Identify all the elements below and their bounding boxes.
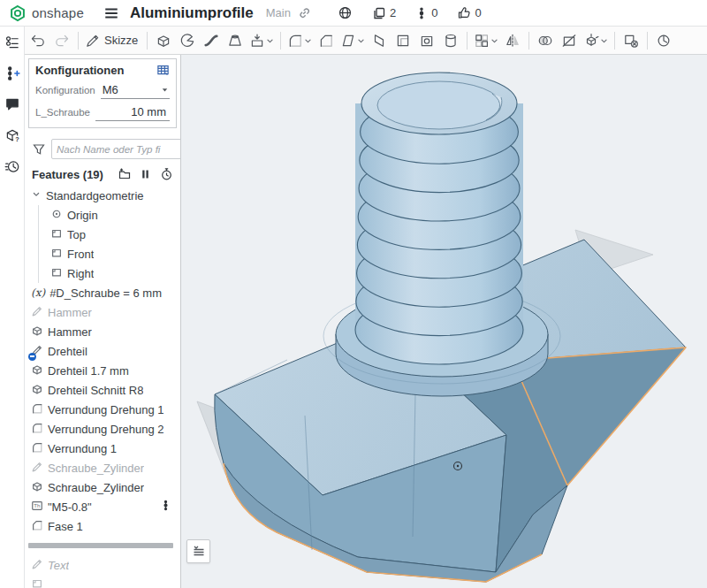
feature-row-verrundung-drehung-2[interactable]: Verrundung Drehung 2 xyxy=(25,419,180,439)
feature-row-d-schraube-6-mm[interactable]: (x)#D_Schraube = 6 mm xyxy=(25,283,180,302)
svg-text:?: ? xyxy=(15,135,19,143)
feature-row-front[interactable]: Front xyxy=(25,244,180,263)
fillet-icon xyxy=(31,441,43,456)
thumbs-up-icon xyxy=(457,6,471,20)
feature-row-fase-1[interactable]: Fase 1 xyxy=(25,516,180,536)
hamburger-menu-icon[interactable] xyxy=(103,5,119,21)
transform-tool-button[interactable] xyxy=(582,29,610,52)
delete-part-tool-button[interactable] xyxy=(620,29,642,52)
version-dots-icon[interactable] xyxy=(160,499,171,515)
feature-label: Fase 1 xyxy=(48,520,83,533)
features-count-label: Features (19) xyxy=(32,168,118,181)
draft-tool-button[interactable] xyxy=(338,29,367,52)
feature-row-schraube-zylinder[interactable]: Schraube_Zylinder xyxy=(25,477,180,497)
origin-icon xyxy=(50,208,63,223)
share-link-icon[interactable] xyxy=(298,6,311,19)
configuration-label: Konfiguration xyxy=(35,85,95,95)
loft-tool-button[interactable] xyxy=(224,29,247,52)
measure-tool-button[interactable] xyxy=(652,29,675,52)
feature-row-origin[interactable]: Origin xyxy=(25,205,180,225)
boolean-tool-button[interactable] xyxy=(534,29,557,52)
feature-label: Verrundung 1 xyxy=(48,442,117,455)
feature-row-verrundung-drehung-1[interactable]: Verrundung Drehung 1 xyxy=(25,400,180,419)
variable-icon: (x) xyxy=(31,286,45,299)
feature-row-verrundung-1[interactable]: Verrundung 1 xyxy=(25,439,180,458)
likes-counter[interactable]: 0 xyxy=(457,6,481,20)
cylinder-tool-button[interactable] xyxy=(439,29,462,52)
l-schraube-input[interactable]: 10 mm xyxy=(95,105,170,121)
plane-icon xyxy=(50,227,63,242)
feature-row-hammer[interactable]: Hammer xyxy=(25,302,180,322)
chevron-down-icon xyxy=(266,33,274,49)
pattern-tool-button[interactable] xyxy=(472,29,500,52)
public-globe-icon[interactable] xyxy=(338,5,353,20)
regenerate-time-icon[interactable] xyxy=(159,167,173,181)
screw-thread[interactable] xyxy=(355,73,523,364)
feature-row-m5-0-8[interactable]: Th"M5-0.8" xyxy=(25,497,180,516)
feature-label: Drehteil 1.7 mm xyxy=(48,364,129,378)
chevron-down-icon xyxy=(357,33,365,49)
delete-part-icon xyxy=(623,33,639,49)
feature-label: Hammer xyxy=(48,306,92,319)
split-tool-button[interactable] xyxy=(558,29,581,52)
undo-icon xyxy=(30,33,46,49)
revolve-tool-button[interactable] xyxy=(176,29,199,52)
pause-updates-icon[interactable] xyxy=(140,168,151,180)
chamfer-tool-button[interactable] xyxy=(315,29,338,52)
copies-counter[interactable]: 2 xyxy=(372,6,396,20)
feature-row-plane[interactable] xyxy=(25,575,180,588)
feature-row-schraube-zylinder[interactable]: Schraube_Zylinder xyxy=(25,458,180,477)
workspace-name[interactable]: Main xyxy=(266,6,291,19)
feature-row-top[interactable]: Top xyxy=(25,225,180,244)
rail-feature-list-button[interactable] xyxy=(3,33,22,52)
fillet-tool-button[interactable] xyxy=(285,29,314,52)
sweep-tool-button[interactable] xyxy=(200,29,223,52)
draft-icon xyxy=(340,33,356,49)
redo-tool-button[interactable] xyxy=(50,29,73,52)
feature-row-text[interactable]: Text xyxy=(25,555,180,575)
feature-row-standardgeometrie[interactable]: Standardgeometrie xyxy=(25,186,180,205)
rib-tool-button[interactable] xyxy=(368,29,391,52)
rail-parts-help-button[interactable]: ? xyxy=(3,126,22,145)
app-header: onshape Aluminiumprofile Main 2 0 xyxy=(0,0,707,27)
feature-row-drehteil-schnitt-r8[interactable]: Drehteil Schnitt R8 xyxy=(25,380,180,400)
branches-counter[interactable]: 0 xyxy=(415,6,437,20)
rail-history-button[interactable] xyxy=(3,157,22,176)
extrude-icon xyxy=(31,325,43,340)
shell-tool-button[interactable] xyxy=(392,29,414,52)
hole-tool-button[interactable] xyxy=(415,29,438,52)
extrude-tool-button[interactable] xyxy=(152,29,175,52)
comment-icon xyxy=(4,96,20,112)
feature-row-hammer[interactable]: Hammer xyxy=(25,322,180,341)
viewport-3d[interactable] xyxy=(181,55,707,588)
mirror-tool-button[interactable] xyxy=(501,29,524,52)
sketch-tool-button[interactable]: Skizze xyxy=(83,29,142,52)
undo-tool-button[interactable] xyxy=(27,29,49,52)
feature-label: #D_Schraube = 6 mm xyxy=(49,286,162,300)
plane-icon xyxy=(50,266,63,281)
sketch-suppressed-icon xyxy=(31,344,43,359)
cylinder-icon xyxy=(443,33,459,49)
show-feature-list-button[interactable] xyxy=(186,539,210,563)
document-title[interactable]: Aluminiumprofile xyxy=(130,4,254,22)
feature-row-drehteil[interactable]: Drehteil xyxy=(25,341,180,361)
new-folder-icon[interactable] xyxy=(118,167,132,181)
onshape-logo[interactable]: onshape xyxy=(9,4,84,22)
feature-row-drehteil-1-7-mm[interactable]: Drehteil 1.7 mm xyxy=(25,361,180,380)
feature-filter-input[interactable] xyxy=(51,139,181,159)
configuration-table-icon[interactable] xyxy=(156,64,170,77)
toolbar-separator xyxy=(614,32,615,50)
rail-versions-button[interactable] xyxy=(3,64,22,83)
configuration-select[interactable]: M6 xyxy=(101,83,170,99)
extrude-icon xyxy=(31,383,43,398)
main-toolbar: Skizze xyxy=(25,27,707,55)
rail-comment-button[interactable] xyxy=(3,95,22,114)
feature-label: Top xyxy=(67,228,86,241)
thicken-tool-button[interactable] xyxy=(247,29,276,52)
loft-icon xyxy=(227,33,243,49)
feature-row-right[interactable]: Right xyxy=(25,263,180,283)
filter-funnel-icon[interactable] xyxy=(32,142,46,157)
feature-label: "M5-0.8" xyxy=(48,500,92,514)
rollback-bar[interactable] xyxy=(28,543,173,548)
split-icon xyxy=(561,33,577,49)
